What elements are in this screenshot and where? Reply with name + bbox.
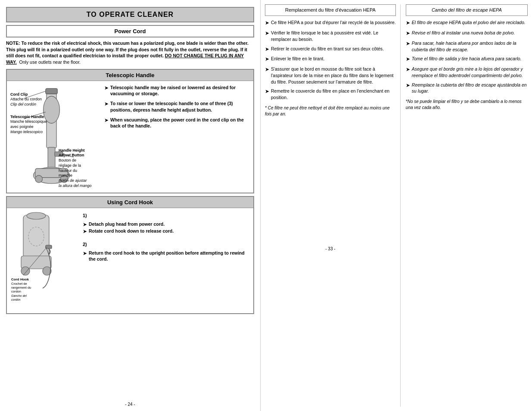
cord-hook-instruction-1a: ➤ Detach plug head from power cord. bbox=[83, 221, 250, 228]
fr-bullet-3: ➤ Retirer le couvercle du filtre en tira… bbox=[265, 46, 396, 53]
fr-bullet-4: ➤ Enlever le filtre en le tirant. bbox=[265, 56, 396, 63]
es-arrow-3: ➤ bbox=[406, 40, 410, 47]
es-arrow-2: ➤ bbox=[406, 30, 410, 37]
es-section-title: Cambo del filtro de escape HEPA bbox=[406, 4, 528, 16]
main-title: TO OPERATE CLEANER bbox=[87, 11, 174, 18]
power-cord-title-box: Power Cord bbox=[6, 25, 254, 37]
es-arrow-5: ➤ bbox=[406, 66, 410, 73]
cord-hook-body: Cord Hook Crochet de rangement du cordon… bbox=[7, 208, 253, 313]
left-column: TO OPERATE CLEANER Power Cord NOTE: To r… bbox=[0, 0, 261, 411]
fr-bullet-5: ➤ S'assurer que le bord en mousse du fil… bbox=[265, 66, 396, 85]
es-bullet-5: ➤ Asegure que el borde gris mire a lo le… bbox=[406, 66, 528, 78]
arrow-icon-2: ➤ bbox=[104, 100, 109, 108]
fr-arrow-4: ➤ bbox=[265, 56, 269, 63]
fr-arrow-1: ➤ bbox=[265, 19, 269, 27]
telescopic-handle-label: Telescopic Handle Manche télescopique av… bbox=[10, 115, 47, 135]
fr-arrow-3: ➤ bbox=[265, 46, 269, 53]
cord-hook-instructions: 1) ➤ Detach plug head from power cord. ➤… bbox=[83, 211, 250, 311]
es-bullet-1: ➤ El filtro de escape HEPA quita el polv… bbox=[406, 19, 528, 27]
telescopic-instruction-1: ➤ Telescopic handle may be raised or low… bbox=[104, 84, 250, 97]
fr-arrow-6: ➤ bbox=[265, 88, 269, 95]
svg-text:Crochet de: Crochet de bbox=[11, 282, 27, 286]
svg-point-7 bbox=[35, 175, 43, 183]
svg-rect-3 bbox=[48, 147, 55, 170]
svg-point-13 bbox=[27, 212, 46, 219]
svg-rect-12 bbox=[23, 215, 49, 258]
cord-hook-section: Using Cord Hook bbox=[6, 196, 254, 314]
arrow-icon-4: ➤ bbox=[83, 221, 87, 228]
right-column: Remplacement du filtre d'évacuation HEPA… bbox=[261, 0, 532, 411]
es-arrow-1: ➤ bbox=[406, 19, 410, 27]
cord-hook-instruction-1b: ➤ Rotate cord hook down to release cord. bbox=[83, 228, 250, 235]
svg-rect-2 bbox=[46, 88, 57, 94]
svg-text:rangement du: rangement du bbox=[11, 286, 31, 290]
fr-arrow-5: ➤ bbox=[265, 66, 269, 73]
cord-hook-image-area: Cord Hook Crochet de rangement du cordon… bbox=[10, 211, 79, 311]
es-bullet-4: ➤ Tome el filtro de salida y tire hacia … bbox=[406, 56, 528, 63]
fr-note: * Ce filtre ne peut être nettoyé et doit… bbox=[265, 105, 396, 117]
telescopic-instruction-2: ➤ To raise or lower the telescopic handl… bbox=[104, 100, 250, 113]
fr-bullet-2: ➤ Vérifier le filtre lorsque le bac à po… bbox=[265, 30, 396, 42]
fr-arrow-2: ➤ bbox=[265, 30, 269, 37]
arrow-icon-3: ➤ bbox=[104, 117, 109, 124]
french-column: Remplacement du filtre d'évacuation HEPA… bbox=[265, 4, 401, 407]
arrow-icon-5: ➤ bbox=[83, 228, 87, 235]
es-arrow-4: ➤ bbox=[406, 56, 410, 63]
telescopic-section: Telescopic Handle bbox=[6, 69, 254, 194]
cord-clip-label: Cord Clip Attache du cordon Clip del cor… bbox=[10, 92, 42, 107]
arrow-icon-1: ➤ bbox=[104, 84, 109, 92]
handle-height-label: Handle HeightAdjust Button Bouton derégl… bbox=[59, 148, 97, 189]
telescopic-instruction-3: ➤ When vacuuming, place the power cord i… bbox=[104, 117, 250, 129]
es-arrow-6: ➤ bbox=[406, 82, 410, 89]
svg-text:cordon: cordon bbox=[11, 290, 21, 293]
power-cord-title: Power Cord bbox=[115, 28, 146, 34]
telescopic-image-area: Cord Clip Attache du cordon Clip del cor… bbox=[10, 84, 101, 190]
power-cord-note: NOTE: To reduce the risk of electrical s… bbox=[6, 40, 254, 65]
cord-hook-instruction-2a: ➤ Return the cord hook to the upright po… bbox=[83, 250, 250, 262]
es-bullet-6: ➤ Reemplace la cubierta del filtro de es… bbox=[406, 82, 528, 94]
svg-text:Cord Hook: Cord Hook bbox=[11, 277, 29, 281]
main-title-box: TO OPERATE CLEANER bbox=[6, 7, 254, 22]
fr-bullet-1: ➤ Ce filtre HEPA a pour but d'épurer l'a… bbox=[265, 19, 396, 27]
left-page-number: - 24 - bbox=[6, 399, 254, 407]
es-bullet-3: ➤ Para sacar, hale hacia afuera por ambo… bbox=[406, 40, 528, 53]
svg-text:Gancho del: Gancho del bbox=[11, 294, 27, 297]
right-page-number: - 33 - bbox=[265, 117, 396, 251]
fr-section-title: Remplacement du filtre d'évacuation HEPA bbox=[265, 4, 396, 16]
svg-point-17 bbox=[21, 267, 30, 275]
es-bullet-2: ➤ Revise el filtro al instalar una nueva… bbox=[406, 30, 528, 37]
cord-hook-diagram: Cord Hook Crochet de rangement du cordon… bbox=[10, 211, 75, 310]
fr-bullet-6: ➤ Remettre le couvercle du filtre en pla… bbox=[265, 88, 396, 100]
cord-hook-title: Using Cord Hook bbox=[7, 197, 253, 208]
telescopic-instructions: ➤ Telescopic handle may be raised or low… bbox=[104, 84, 250, 190]
step-2-num: 2) bbox=[83, 241, 250, 248]
arrow-icon-6: ➤ bbox=[83, 250, 87, 257]
telescopic-title: Telescopic Handle bbox=[7, 70, 253, 81]
svg-text:cordón: cordón bbox=[11, 298, 21, 301]
spanish-column: Cambo del filtro de escape HEPA ➤ El fil… bbox=[401, 4, 528, 407]
telescopic-body: Cord Clip Attache du cordon Clip del cor… bbox=[7, 81, 253, 193]
step-1-num: 1) bbox=[83, 212, 250, 219]
es-note: *No se puede limpiar el filtro y se debe… bbox=[406, 99, 528, 111]
